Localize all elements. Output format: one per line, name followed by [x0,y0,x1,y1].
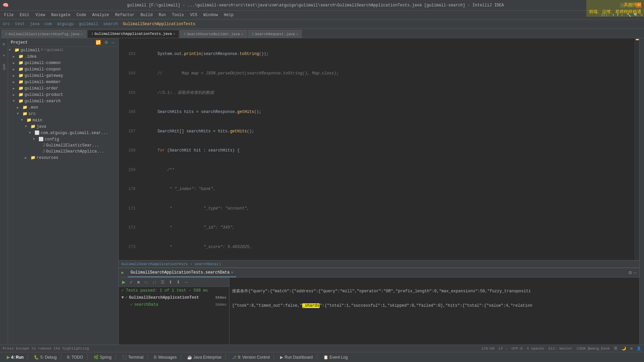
tree-idea[interactable]: ▶ 📁 .idea [8,53,118,60]
run-sort-asc[interactable]: ↑↓ [143,279,150,285]
code-line-167: 167 SearchHit[] searchHits = hits.getHit… [121,128,632,135]
tree-config[interactable]: ▼ ⬜ config [8,136,118,142]
tree-resources[interactable]: ▶ 📁 resources [8,155,118,161]
web-icon[interactable]: Web [1,63,6,71]
debug-btn-group: 🐛 5: Debug [30,354,61,360]
tree-search[interactable]: ▼ 📁 gulimall-search [8,98,118,104]
sidebar-minimize-btn[interactable]: ─ [111,40,116,45]
breadcrumb-search[interactable]: search [103,22,118,26]
tree-package[interactable]: ▼ ⬜ com.atguigu.gulimall.sear... [8,130,118,136]
run-settings-btn[interactable]: ⚙ [628,270,632,275]
menu-vcs[interactable]: VCS [187,12,200,18]
breadcrumb-atguigu[interactable]: atguigu [57,22,74,26]
tree-elastic-config-file[interactable]: ▶ J GulimallElasticSear... [8,142,118,148]
tree-search-app-file[interactable]: ▶ J GulimallSearchApplica... [8,148,118,155]
todo-button[interactable]: 6: TODO [65,354,85,360]
tree-product[interactable]: ▶ 📁 gulimall-product [8,92,118,98]
enterprise-button[interactable]: ☕ Java Enterprise [185,354,223,360]
breadcrumb-test[interactable]: test [15,22,25,26]
run-btn-group: ▶ 4: Run [3,354,28,360]
tree-order[interactable]: ▶ 📁 gulimall-order [8,85,118,92]
sidebar-gear-btn[interactable]: ⚙ [103,40,109,45]
run-stop-btn[interactable]: ■ [136,279,141,285]
run-minimize-btn[interactable]: ─ [634,270,637,275]
run-filter-btn[interactable]: ⬆ [167,279,174,285]
run-tab-close[interactable]: ✕ [231,270,233,275]
run-flat-btn[interactable]: ☰ [159,279,166,285]
tab-search-request-close[interactable]: ✕ [296,32,298,36]
tab-elastic-config-close[interactable]: ✕ [81,32,83,36]
menu-view[interactable]: View [33,12,48,18]
indent-label: 4 spaces [527,347,544,351]
run-panel: ▶ GulimallSearchApplicationTests.searchD… [119,267,639,345]
run-tree-searchdata[interactable]: ✓ searchData 598ms [119,301,229,308]
breadcrumb-gulimall[interactable]: gulimall [79,22,98,26]
tree-member[interactable]: ▶ 📁 gulimall-member [8,79,118,85]
tab-source-builder[interactable]: J SearchSourceBuilder.java ✕ [180,30,247,38]
tab-elastic-config[interactable]: J GulimallElasticSearchConfig.java ✕ [1,30,87,38]
run-nav-btn[interactable]: ↔ [183,279,190,285]
tree-gateway[interactable]: ▶ 📁 gulimall-gateway [8,72,118,79]
tree-gulimall[interactable]: ▼ 📁 gulimall F:\gulimall [8,47,118,53]
tab-search-request[interactable]: J SearchRequest.java ✕ [248,30,302,38]
terminal-button[interactable]: ⬛ Terminal [120,354,145,360]
tree-java[interactable]: ▼ 📁 java [8,123,118,130]
tab-search-tests-close[interactable]: ✕ [173,32,175,36]
messages-button[interactable]: 0: Messages [152,354,179,360]
tree-main[interactable]: ▼ 📁 main [8,117,118,123]
spring-button[interactable]: 🌿 Spring [92,354,114,360]
run-toolbar: ▶ ✓ ■ ↑↓ ↓↑ ☰ ⬆ ⬇ ↔ [119,278,229,287]
run-output: 搜索条件{"query":{"match":{"address":{"query… [229,278,639,345]
run-sort-desc[interactable]: ↓↑ [151,279,158,285]
debug-button[interactable]: 🐛 5: Debug [32,354,59,360]
menu-navigate[interactable]: Navigate [48,12,73,18]
version-control-button[interactable]: ⎇ 9: Version Control [230,354,272,360]
run-filter2-btn[interactable]: ⬇ [175,279,181,285]
menu-help[interactable]: Help [221,12,236,18]
terminal-icon: ⬛ [122,355,127,360]
run-play-btn[interactable]: ▶ [121,279,127,285]
app-icon: 🧠 [3,2,8,8]
breadcrumb-java[interactable]: java [30,22,40,26]
favorites-icon[interactable]: ★ [2,52,6,59]
menu-edit[interactable]: Edit [17,12,32,18]
breadcrumb-src[interactable]: src [3,22,10,26]
tab-source-builder-close[interactable]: ✕ [241,32,244,36]
csdn-user: CSDN @wang_book [577,347,610,351]
code-line-165: 165 //3.1）、获取所有查到的数据 [121,90,632,96]
run-dashboard-button[interactable]: ▶ Run Dashboard [278,354,315,360]
event-log-button[interactable]: 📋 Event Log [321,354,350,360]
project-icon[interactable]: ⊞ [2,41,5,48]
tree-common[interactable]: ▶ 📁 gulimall-common [8,60,118,66]
menu-refactor[interactable]: Refactor [112,12,137,18]
tree-coupon[interactable]: ▶ 📁 gulimall-coupon [8,66,118,72]
member-folder-icon: 📁 [18,79,23,84]
run-check-btn[interactable]: ✓ [128,279,135,285]
menu-window[interactable]: Window [201,12,220,18]
encoding-label: UTF-8 [512,347,523,351]
run-tab-main[interactable]: GulimallSearchApplicationTests.searchDat… [128,268,236,277]
code-editor[interactable]: 163 System.out.println(searchResponse.to… [119,38,639,260]
order-folder-icon: 📁 [18,86,23,91]
sidebar-refresh-btn[interactable]: 🔁 [95,40,102,45]
tab-search-tests[interactable]: J GulimallSearchApplicationTests.java ✕ [87,30,179,38]
enterprise-btn-group: ☕ Java Enterprise [183,354,226,360]
menu-run[interactable]: Run [156,12,169,18]
event-log-group: 📋 Event Log [319,354,352,360]
bottom-toolbar: ▶ 4: Run 🐛 5: Debug 6: TODO 🌿 Spring ⬛ T… [0,352,644,362]
run-button[interactable]: ▶ 4: Run [5,354,25,360]
menu-file[interactable]: File [1,12,16,18]
menu-analyze[interactable]: Analyze [90,12,112,18]
code-line-172: 172 * "_id": "345", [121,225,632,231]
menu-tools[interactable]: Tools [169,12,187,18]
menu-code[interactable]: Code [74,12,89,18]
tree-src[interactable]: ▼ 📁 src [8,111,118,117]
outer-layout: ⊞ ★ Web Project 🔁 ⚙ ─ ▼ 📁 [0,38,644,345]
run-tree-root[interactable]: ▼ ✓ GulimallSearchApplicationTest 598ms [119,294,229,301]
menu-build[interactable]: Build [138,12,155,18]
breadcrumb-com[interactable]: com [45,22,52,26]
tree-mvn[interactable]: ▶ 📁 .mvn [8,104,118,111]
run-tabs: ▶ GulimallSearchApplicationTests.searchD… [119,268,639,278]
breadcrumb-bar: src › test › java › com › atguigu › guli… [0,19,644,29]
breadcrumb-active[interactable]: GulimallSearchApplicationTests [123,22,196,26]
